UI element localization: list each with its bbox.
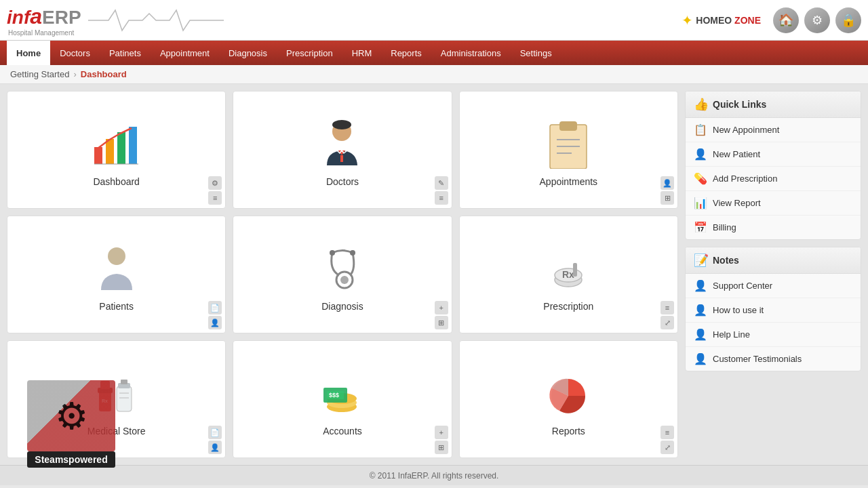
billing-label: Billing xyxy=(713,222,736,232)
add-prescription-label: Add Prescription xyxy=(713,174,777,184)
how-to-use-icon: 👤 xyxy=(694,304,707,317)
card-doctors[interactable]: Doctors ✎ ≡ xyxy=(233,91,452,209)
notes-link-support-center[interactable]: 👤 Support Center xyxy=(686,274,861,298)
card-reports[interactable]: Reports ≡ ⤢ xyxy=(459,340,678,458)
ecg-line xyxy=(88,7,224,34)
svg-rect-1 xyxy=(106,139,114,164)
svg-rect-7 xyxy=(340,155,343,162)
main-content: Dashboard ⚙ ≡ xyxy=(0,84,868,465)
notes-link-how-to-use[interactable]: 👤 How to use it xyxy=(686,298,861,323)
appointments-icon xyxy=(541,117,595,171)
nav-diagnosis[interactable]: Diagnosis xyxy=(219,41,277,65)
corner-list-icon: ≡ xyxy=(208,191,222,205)
new-patient-icon: 👤 xyxy=(694,148,707,161)
breadcrumb-getting-started[interactable]: Getting Started xyxy=(10,69,69,79)
prescription-icon: Rx xyxy=(541,241,595,296)
card-diagnosis-label: Diagnosis xyxy=(321,301,363,312)
sidebar: 👍 Quick Links 📋 New Appoinment 👤 New Pat… xyxy=(685,91,861,458)
nav-settings[interactable]: Settings xyxy=(511,41,561,65)
logo: infaERP Hospital Management xyxy=(7,4,81,37)
accounts-corner-icons: + ⊞ xyxy=(435,426,448,454)
card-appointments[interactable]: Appointments 👤 ⊞ xyxy=(459,91,678,209)
reports-icon xyxy=(541,366,595,420)
card-patients-label: Patients xyxy=(99,301,134,312)
card-prescription-label: Prescription xyxy=(543,301,593,312)
support-center-label: Support Center xyxy=(713,281,772,291)
card-diagnosis[interactable]: Diagnosis + ⊞ xyxy=(233,216,452,333)
medical-store-corner-icons: 📄 👤 xyxy=(208,426,222,454)
new-appointment-icon: 📋 xyxy=(694,123,707,136)
footer-text: © 2011 InfaERP. All rights reserved. xyxy=(370,471,499,481)
quick-link-add-prescription[interactable]: 💊 Add Prescription xyxy=(686,167,861,191)
notes-link-help-line[interactable]: 👤 Help Line xyxy=(686,323,861,347)
card-dashboard[interactable]: Dashboard ⚙ ≡ xyxy=(7,91,226,209)
customer-testimonials-icon: 👤 xyxy=(694,352,707,365)
corner-expand2-icon: ⤢ xyxy=(660,441,674,454)
corner-grid3-icon: ⊞ xyxy=(435,441,448,454)
notes-section: 📝 Notes 👤 Support Center 👤 How to use it… xyxy=(685,247,861,371)
nav-reports[interactable]: Reports xyxy=(381,41,431,65)
nav-doctors[interactable]: Doctors xyxy=(50,41,100,65)
quick-links-title: Quick Links xyxy=(713,99,766,110)
nav-patients[interactable]: Patinets xyxy=(100,41,151,65)
quick-link-view-report[interactable]: 📊 View Report xyxy=(686,191,861,216)
corner-person2-icon: 👤 xyxy=(208,316,222,329)
lock-button[interactable]: 🔒 xyxy=(835,7,861,33)
breadcrumb: Getting Started › Dashboard xyxy=(0,65,868,84)
new-appointment-label: New Appoinment xyxy=(713,125,779,135)
diagnosis-corner-icons: + ⊞ xyxy=(435,301,448,329)
corner-doc-icon: 📄 xyxy=(208,301,222,314)
quick-links-icon: 👍 xyxy=(694,97,709,112)
quick-link-billing[interactable]: 📅 Billing xyxy=(686,216,861,239)
nav-home[interactable]: Home xyxy=(7,41,50,65)
footer: © 2011 InfaERP. All rights reserved. xyxy=(0,465,868,485)
notes-title: Notes xyxy=(713,255,739,266)
card-dashboard-label: Dashboard xyxy=(93,176,140,187)
view-report-icon: 📊 xyxy=(694,197,707,209)
svg-rect-21 xyxy=(573,263,577,277)
gear-icon: ⚙ xyxy=(55,394,88,438)
nav-administrations[interactable]: Administrations xyxy=(431,41,511,65)
logo-subtitle: Hospital Management xyxy=(8,29,81,37)
view-report-label: View Report xyxy=(713,198,761,208)
how-to-use-label: How to use it xyxy=(713,305,764,315)
svg-point-17 xyxy=(350,250,355,256)
corner-edit-icon: ✎ xyxy=(435,176,448,190)
card-patients[interactable]: Patients 📄 👤 xyxy=(7,216,226,333)
home-button[interactable]: 🏠 xyxy=(773,7,799,33)
logo-area: infaERP Hospital Management xyxy=(7,4,224,37)
notes-link-customer-testimonials[interactable]: 👤 Customer Testimonials xyxy=(686,347,861,371)
nav-hrm[interactable]: HRM xyxy=(342,41,382,65)
corner-person3-icon: 👤 xyxy=(208,441,222,454)
corner-settings-icon: ⚙ xyxy=(208,176,222,190)
svg-rect-26 xyxy=(117,386,132,411)
svg-point-13 xyxy=(108,247,125,265)
breadcrumb-dashboard[interactable]: Dashboard xyxy=(81,69,127,79)
notes-header: 📝 Notes xyxy=(686,247,861,274)
new-patient-label: New Patient xyxy=(713,149,760,159)
corner-grid2-icon: ⊞ xyxy=(435,316,448,329)
nav-appointment[interactable]: Appointment xyxy=(151,41,219,65)
svg-point-15 xyxy=(340,276,349,284)
quick-link-new-appointment[interactable]: 📋 New Appoinment xyxy=(686,118,861,142)
reports-corner-icons: ≡ ⤢ xyxy=(660,426,674,454)
settings-button[interactable]: ⚙ xyxy=(804,7,830,33)
quick-link-new-patient[interactable]: 👤 New Patient xyxy=(686,142,861,167)
corner-grid-icon: ⊞ xyxy=(660,191,674,205)
header: infaERP Hospital Management ✦ HOMEO ZONE… xyxy=(0,0,868,41)
doctors-corner-icons: ✎ ≡ xyxy=(435,176,448,205)
nav-prescription[interactable]: Prescription xyxy=(277,41,342,65)
svg-point-16 xyxy=(330,250,335,256)
card-prescription[interactable]: Rx Prescription ≡ ⤢ xyxy=(459,216,678,333)
customer-testimonials-label: Customer Testimonials xyxy=(713,354,802,364)
patients-corner-icons: 📄 👤 xyxy=(208,301,222,329)
help-line-icon: 👤 xyxy=(694,328,707,341)
homeo-logo: ✦ HOMEO ZONE xyxy=(682,12,761,28)
card-accounts[interactable]: $$$ Accounts + ⊞ xyxy=(233,340,452,458)
corner-list2-icon: ≡ xyxy=(435,191,448,205)
dashboard-corner-icons: ⚙ ≡ xyxy=(208,176,222,205)
dashboard-icon xyxy=(90,117,144,171)
watermark-gear-bg: ⚙ xyxy=(27,380,115,451)
navigation: Home Doctors Patinets Appointment Diagno… xyxy=(0,41,868,65)
corner-plus-icon: + xyxy=(435,301,448,314)
